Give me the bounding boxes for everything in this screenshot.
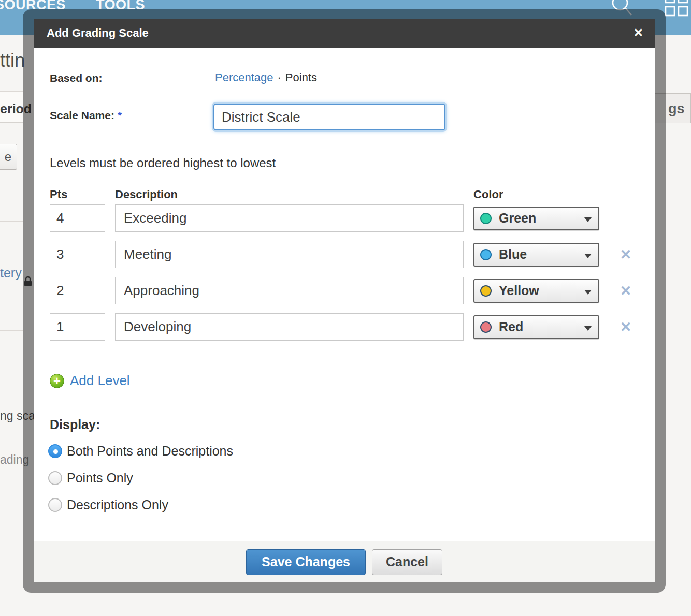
points-input[interactable] bbox=[50, 204, 105, 232]
display-option-label: Points Only bbox=[67, 471, 133, 486]
modal-body: Based on: Percentage·Points Scale Name:*… bbox=[34, 48, 655, 541]
color-dropdown[interactable]: Blue bbox=[473, 243, 599, 267]
color-dropdown-value: Blue bbox=[499, 247, 527, 262]
color-swatch-icon bbox=[480, 249, 492, 260]
display-option-label: Both Points and Descriptions bbox=[67, 444, 233, 459]
divider bbox=[0, 221, 23, 222]
add-level-button[interactable]: + Add Level bbox=[50, 373, 130, 389]
grading-level-row: Yellow ✕ bbox=[50, 276, 633, 305]
based-on-value: Percentage·Points bbox=[215, 71, 317, 84]
color-dropdown-value: Red bbox=[499, 319, 523, 334]
modal-header: Add Grading Scale ✕ bbox=[34, 19, 655, 48]
tab-settings-label: gs bbox=[668, 101, 685, 117]
based-on-points-option: Points bbox=[285, 71, 317, 84]
color-swatch-icon bbox=[480, 321, 492, 333]
color-dropdown[interactable]: Green bbox=[473, 207, 599, 230]
separator: · bbox=[273, 71, 285, 84]
description-input[interactable] bbox=[115, 204, 464, 232]
display-options-group: Both Points and Descriptions Points Only… bbox=[48, 443, 233, 524]
points-input[interactable] bbox=[50, 241, 105, 268]
description-input[interactable] bbox=[115, 313, 464, 341]
grading-level-row: Blue ✕ bbox=[50, 240, 633, 269]
divider bbox=[0, 330, 23, 331]
color-swatch-icon bbox=[480, 285, 492, 297]
pts-column-header: Pts bbox=[50, 188, 67, 201]
grading-level-row: Green ✕ bbox=[50, 203, 633, 233]
points-input[interactable] bbox=[50, 277, 105, 304]
required-asterisk: * bbox=[114, 109, 122, 121]
add-grading-scale-modal: Add Grading Scale ✕ Based on: Percentage… bbox=[34, 19, 655, 582]
caret-down-icon bbox=[584, 254, 592, 258]
divider bbox=[0, 304, 23, 304]
radio-icon[interactable] bbox=[48, 444, 62, 458]
levels-table: Green ✕ Blue ✕ Yellow ✕ Red ✕ bbox=[50, 203, 633, 348]
description-input[interactable] bbox=[115, 241, 464, 268]
display-label: Display: bbox=[50, 417, 100, 432]
display-option-label: Descriptions Only bbox=[67, 497, 168, 512]
points-input[interactable] bbox=[50, 313, 105, 341]
color-dropdown[interactable]: Yellow bbox=[473, 279, 599, 303]
grading-level-row: Red ✕ bbox=[50, 312, 633, 342]
remove-level-icon[interactable]: ✕ bbox=[618, 246, 633, 263]
caret-down-icon bbox=[584, 217, 592, 222]
color-swatch-icon bbox=[480, 213, 492, 224]
caret-down-icon bbox=[584, 290, 592, 295]
apps-grid-icon[interactable] bbox=[665, 0, 691, 18]
cancel-button[interactable]: Cancel bbox=[372, 549, 442, 575]
close-icon[interactable]: ✕ bbox=[634, 25, 643, 40]
display-option-row[interactable]: Points Only bbox=[48, 470, 233, 486]
modal-footer: Save Changes Cancel bbox=[34, 541, 655, 582]
save-changes-button[interactable]: Save Changes bbox=[246, 549, 366, 575]
based-on-percentage-link[interactable]: Percentage bbox=[215, 71, 273, 84]
radio-icon[interactable] bbox=[48, 471, 62, 485]
display-option-row[interactable]: Descriptions Only bbox=[48, 497, 233, 512]
radio-icon[interactable] bbox=[48, 498, 62, 512]
scale-name-input[interactable] bbox=[213, 104, 445, 130]
color-dropdown[interactable]: Red bbox=[473, 315, 599, 339]
display-option-row[interactable]: Both Points and Descriptions bbox=[48, 443, 233, 459]
divider bbox=[0, 443, 23, 443]
modal-title: Add Grading Scale bbox=[34, 26, 149, 40]
description-input[interactable] bbox=[115, 277, 464, 304]
background-button-fragment[interactable]: e bbox=[0, 144, 17, 170]
color-dropdown-value: Green bbox=[499, 211, 536, 226]
scale-name-label: Scale Name:* bbox=[50, 109, 122, 122]
page-heading-fragment: ttin bbox=[0, 50, 25, 71]
color-column-header: Color bbox=[473, 188, 503, 201]
color-dropdown-value: Yellow bbox=[499, 283, 539, 298]
scale-name-label-text: Scale Name: bbox=[50, 109, 114, 121]
levels-order-note: Levels must be ordered highest to lowest bbox=[50, 156, 276, 170]
caret-down-icon bbox=[584, 326, 592, 331]
plus-icon: + bbox=[50, 374, 64, 388]
modal-overlay: Add Grading Scale ✕ Based on: Percentage… bbox=[23, 9, 666, 593]
based-on-label: Based on: bbox=[50, 72, 103, 84]
add-level-label: Add Level bbox=[70, 373, 130, 389]
mastery-link-fragment[interactable]: tery bbox=[0, 266, 22, 281]
remove-level-icon[interactable]: ✕ bbox=[618, 319, 633, 335]
description-column-header: Description bbox=[115, 188, 178, 201]
remove-level-icon[interactable]: ✕ bbox=[618, 283, 633, 299]
